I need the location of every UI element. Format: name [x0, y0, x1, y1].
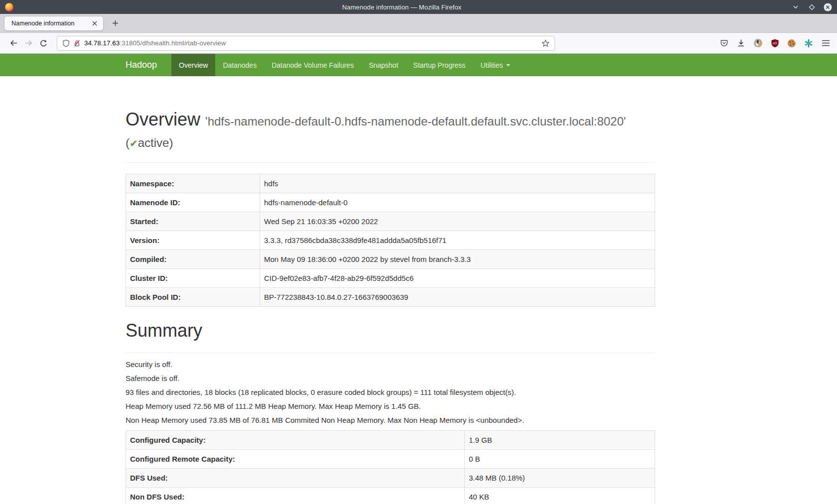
- bookmark-star-icon[interactable]: [542, 39, 550, 47]
- namenode-host-text: 'hdfs-namenode-default-0.hdfs-namenode-d…: [205, 115, 626, 128]
- downloads-icon[interactable]: [735, 38, 746, 49]
- tab-title: Namenode information: [11, 20, 90, 27]
- info-label: Version:: [126, 231, 260, 250]
- firefox-icon: [5, 3, 13, 11]
- divider: [126, 353, 655, 353]
- page-title-overview: Overview 'hdfs-namenode-default-0.hdfs-n…: [126, 110, 655, 131]
- url-text[interactable]: 34.78.17.63:31805/dfshealth.html#tab-ove…: [84, 39, 538, 47]
- tab-close-icon[interactable]: [90, 19, 99, 28]
- forward-button[interactable]: [21, 36, 36, 51]
- summary-line: Safemode is off.: [126, 374, 655, 383]
- url-bar[interactable]: 34.78.17.63:31805/dfshealth.html#tab-ove…: [57, 36, 555, 51]
- page-content: Overview 'hdfs-namenode-default-0.hdfs-n…: [126, 110, 655, 504]
- summary-line: Security is off.: [126, 360, 655, 370]
- window-controls: [791, 2, 832, 11]
- info-value: Mon May 09 18:36:00 +0200 2022 by stevel…: [260, 250, 655, 269]
- summary-paragraphs: Security is off. Safemode is off. 93 fil…: [126, 360, 655, 425]
- summary-line: Heap Memory used 72.56 MB of 111.2 MB He…: [126, 401, 655, 411]
- hamburger-menu-icon[interactable]: [820, 38, 831, 49]
- status-paren: (: [126, 136, 130, 149]
- info-label: Started:: [126, 212, 260, 231]
- svg-text:uO: uO: [773, 41, 777, 45]
- navbar-brand-hadoop[interactable]: Hadoop: [126, 54, 164, 76]
- overview-title-text: Overview: [126, 109, 200, 129]
- capacity-label: DFS Used:: [126, 469, 465, 488]
- container-asterisk-icon[interactable]: [803, 38, 814, 49]
- shield-icon[interactable]: [62, 39, 70, 47]
- insecure-lock-icon[interactable]: [73, 39, 81, 47]
- divider: [126, 162, 655, 163]
- capacity-value: 40 KB: [465, 488, 655, 504]
- summary-line: 93 files and directories, 18 blocks (18 …: [126, 387, 655, 397]
- table-row: Version:3.3.3, rd37586cbda38c338d9fe481a…: [126, 231, 655, 250]
- cookie-icon[interactable]: [786, 38, 797, 49]
- tab-bar: Namenode information: [0, 14, 837, 33]
- nav-label: Datanodes: [223, 61, 257, 69]
- info-label: Compiled:: [126, 250, 260, 269]
- nav-tab-overview[interactable]: Overview: [171, 54, 215, 76]
- nav-label: Overview: [179, 61, 208, 69]
- info-value: BP-772238843-10.84.0.27-1663769003639: [260, 288, 655, 307]
- navigation-toolbar: 34.78.17.63:31805/dfshealth.html#tab-ove…: [0, 33, 837, 54]
- window-close-button[interactable]: [823, 2, 832, 11]
- nav-tab-startup-progress[interactable]: Startup Progress: [406, 54, 473, 76]
- namenode-status: (✔active): [126, 135, 655, 151]
- table-row: Non DFS Used:40 KB: [126, 488, 655, 504]
- table-row: Block Pool ID:BP-772238843-10.84.0.27-16…: [126, 288, 655, 307]
- nav-label: Startup Progress: [413, 61, 465, 69]
- table-row: DFS Used:3.48 MB (0.18%): [126, 469, 655, 488]
- new-tab-button[interactable]: [109, 17, 122, 30]
- info-value: hdfs: [260, 174, 655, 193]
- back-button[interactable]: [6, 36, 21, 51]
- window-minimize-button[interactable]: [791, 2, 800, 11]
- extension-privacy-icon[interactable]: [752, 38, 763, 49]
- nav-tab-snapshot[interactable]: Snapshot: [361, 54, 406, 76]
- capacity-label: Configured Capacity:: [126, 431, 465, 450]
- check-icon: ✔: [130, 138, 138, 149]
- table-row: Started:Wed Sep 21 16:03:35 +0200 2022: [126, 212, 655, 231]
- window-maximize-button[interactable]: [807, 2, 816, 11]
- url-host: 34.78.17.63: [84, 39, 120, 47]
- info-label: Namespace:: [126, 174, 260, 193]
- table-row: Cluster ID:CID-9ef02e83-afb7-4f28-ab29-6…: [126, 269, 655, 288]
- url-path: :31805/dfshealth.html#tab-overview: [120, 39, 226, 47]
- nav-tab-datanodes[interactable]: Datanodes: [215, 54, 264, 76]
- ublock-origin-icon[interactable]: uO: [769, 38, 780, 49]
- namenode-info-table: Namespace:hdfs Namenode ID:hdfs-namenode…: [126, 174, 655, 307]
- capacity-value: 3.48 MB (0.18%): [465, 469, 655, 488]
- table-row: Namespace:hdfs: [126, 174, 655, 193]
- info-value: 3.3.3, rd37586cbda38c338d9fe481addda5a05…: [260, 231, 655, 250]
- table-row: Namenode ID:hdfs-namenode-default-0: [126, 193, 655, 212]
- info-label: Cluster ID:: [126, 269, 260, 288]
- info-value: Wed Sep 21 16:03:35 +0200 2022: [260, 212, 655, 231]
- page-title-summary: Summary: [126, 320, 655, 341]
- info-value: CID-9ef02e83-afb7-4f28-ab29-6f592d5dd5c6: [260, 269, 655, 288]
- table-row: Compiled:Mon May 09 18:36:00 +0200 2022 …: [126, 250, 655, 269]
- info-label: Block Pool ID:: [126, 288, 260, 307]
- table-row: Configured Capacity:1.9 GB: [126, 431, 655, 450]
- status-active-text: active): [138, 136, 173, 149]
- pocket-icon[interactable]: [718, 38, 729, 49]
- toolbar-extension-area: uO: [718, 38, 831, 49]
- hadoop-navbar: Hadoop Overview Datanodes Datanode Volum…: [0, 54, 837, 76]
- window-titlebar: Namenode information — Mozilla Firefox: [0, 0, 837, 14]
- chevron-down-icon: [506, 64, 510, 66]
- capacity-value: 1.9 GB: [465, 431, 655, 450]
- capacity-value: 0 B: [465, 450, 655, 469]
- browser-tab-namenode[interactable]: Namenode information: [4, 16, 104, 31]
- window-title: Namenode information — Mozilla Firefox: [17, 3, 786, 11]
- nav-label: Datanode Volume Failures: [272, 61, 354, 69]
- table-row: Configured Remote Capacity:0 B: [126, 450, 655, 469]
- info-label: Namenode ID:: [126, 193, 260, 212]
- info-value: hdfs-namenode-default-0: [260, 193, 655, 212]
- capacity-label: Non DFS Used:: [126, 488, 465, 504]
- capacity-label: Configured Remote Capacity:: [126, 450, 465, 469]
- nav-tab-datanode-volume-failures[interactable]: Datanode Volume Failures: [264, 54, 361, 76]
- nav-dropdown-utilities[interactable]: Utilities: [473, 54, 517, 76]
- nav-label: Snapshot: [369, 61, 398, 69]
- nav-label: Utilities: [480, 61, 503, 69]
- capacity-table: Configured Capacity:1.9 GB Configured Re…: [126, 430, 655, 504]
- reload-button[interactable]: [36, 36, 51, 51]
- summary-line: Non Heap Memory used 73.85 MB of 76.81 M…: [126, 415, 655, 425]
